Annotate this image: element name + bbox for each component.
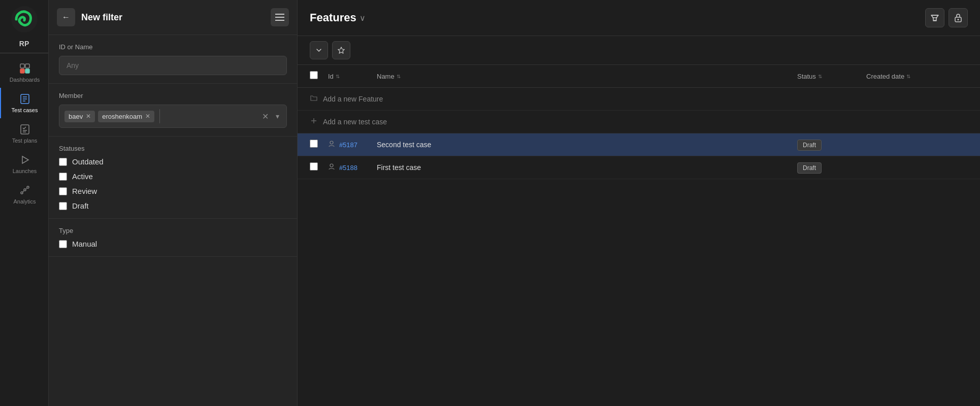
status-active-checkbox[interactable] <box>59 173 67 181</box>
row2-id-cell: #5188 <box>328 163 369 172</box>
type-manual-checkbox[interactable] <box>59 240 67 248</box>
select-all-checkbox-cell <box>310 71 320 81</box>
filter-member-section: Member baev ✕ eroshenkoam ✕ ✕ ▾ <box>49 84 297 137</box>
row1-id: #5187 <box>339 141 357 149</box>
member-clear-button[interactable]: ✕ <box>259 111 272 122</box>
row2-name: First test case <box>377 163 789 172</box>
testplans-icon <box>19 123 31 136</box>
row2-checkbox-cell <box>310 162 320 173</box>
member-tag-baev: baev ✕ <box>64 111 95 122</box>
table-row[interactable]: #5188 First test case Draft <box>298 156 980 179</box>
filter-menu-button[interactable] <box>271 8 289 26</box>
dashboard-icon <box>19 62 31 75</box>
page-title-area: Features ∨ <box>310 11 366 24</box>
status-outdated-item[interactable]: Outdated <box>59 157 287 166</box>
svg-rect-3 <box>20 69 24 73</box>
add-testcase-row[interactable]: Add a new test case <box>298 111 980 133</box>
member-field[interactable]: baev ✕ eroshenkoam ✕ ✕ ▾ <box>59 105 287 128</box>
sidebar-nav: RP Dashboards Test cases <box>0 0 49 406</box>
user-avatar[interactable]: RP <box>0 35 48 53</box>
status-draft-item[interactable]: Draft <box>59 201 287 210</box>
filter-id-name-label: ID or Name <box>59 43 287 51</box>
page-title: Features <box>310 11 356 24</box>
folder-icon <box>310 94 318 104</box>
filter-panel-header: ← New filter <box>49 0 297 35</box>
member-tag-eroshenkoam-label: eroshenkoam <box>102 113 142 120</box>
svg-line-17 <box>26 188 27 189</box>
member-tag-eroshenkoam: eroshenkoam ✕ <box>98 111 154 122</box>
type-manual-label: Manual <box>72 240 97 248</box>
main-content: Features ∨ <box>298 0 980 406</box>
type-checkbox-group: Manual <box>59 240 287 248</box>
table-area: Id ⇅ Name ⇅ Status ⇅ Created date ⇅ <box>298 65 980 406</box>
status-review-checkbox[interactable] <box>59 187 67 195</box>
svg-point-13 <box>21 192 23 194</box>
status-outdated-checkbox[interactable] <box>59 158 67 166</box>
lock-button[interactable] <box>949 8 968 27</box>
filter-type-label: Type <box>59 227 287 234</box>
column-status-label: Status <box>797 73 816 80</box>
add-testcase-label: Add a new test case <box>323 118 387 126</box>
add-feature-row[interactable]: Add a new Feature <box>298 88 980 111</box>
row2-status-badge: Draft <box>797 162 822 174</box>
app-logo <box>11 6 38 35</box>
member-tag-baev-label: baev <box>69 113 83 120</box>
column-header-id[interactable]: Id ⇅ <box>328 73 369 80</box>
add-feature-label: Add a new Feature <box>323 95 383 103</box>
sidebar-item-analytics[interactable]: Analytics <box>0 179 48 210</box>
svg-marker-23 <box>338 47 344 53</box>
title-chevron-icon[interactable]: ∨ <box>360 13 366 23</box>
member-tag-baev-remove[interactable]: ✕ <box>86 113 91 119</box>
column-date-label: Created date <box>866 73 904 80</box>
row1-user-icon <box>328 141 339 149</box>
status-review-item[interactable]: Review <box>59 187 287 195</box>
status-draft-label: Draft <box>72 201 89 210</box>
svg-rect-4 <box>25 69 29 73</box>
column-id-label: Id <box>328 73 334 80</box>
filter-button[interactable] <box>925 8 944 27</box>
row1-id-cell: #5187 <box>328 140 369 149</box>
filter-panel: ← New filter ID or Name Member baev ✕ er… <box>49 0 298 406</box>
type-manual-item[interactable]: Manual <box>59 240 287 248</box>
member-dropdown-button[interactable]: ▾ <box>274 111 281 121</box>
filter-statuses-label: Statuses <box>59 145 287 152</box>
svg-marker-12 <box>22 156 28 163</box>
main-header: Features ∨ <box>298 0 980 36</box>
analytics-icon <box>19 184 31 196</box>
star-button[interactable] <box>332 41 350 59</box>
sidebar-item-dashboards[interactable]: Dashboards <box>0 57 48 88</box>
select-all-checkbox[interactable] <box>310 71 318 79</box>
svg-line-16 <box>23 191 24 192</box>
sidebar-item-test-cases[interactable]: Test cases <box>0 88 48 118</box>
row2-checkbox[interactable] <box>310 162 318 171</box>
row1-name: Second test case <box>377 141 789 149</box>
status-draft-checkbox[interactable] <box>59 202 67 210</box>
status-active-label: Active <box>72 172 93 181</box>
row2-id: #5188 <box>339 164 357 172</box>
column-name-label: Name <box>377 73 395 80</box>
row1-checkbox[interactable] <box>310 140 318 148</box>
row1-status-badge: Draft <box>797 140 822 151</box>
svg-rect-9 <box>21 125 29 134</box>
status-active-item[interactable]: Active <box>59 172 287 181</box>
filter-id-name-input[interactable] <box>59 56 287 75</box>
filter-back-button[interactable]: ← <box>57 8 75 26</box>
row2-status-cell: Draft <box>797 163 858 172</box>
sidebar-item-launches[interactable]: Launches <box>0 149 48 179</box>
row1-checkbox-cell <box>310 140 320 150</box>
column-header-status[interactable]: Status ⇅ <box>797 73 858 80</box>
table-header: Id ⇅ Name ⇅ Status ⇅ Created date ⇅ <box>298 65 980 88</box>
statuses-checkbox-group: Outdated Active Review Draft <box>59 157 287 210</box>
table-row[interactable]: #5187 Second test case Draft <box>298 133 980 156</box>
column-header-created-date[interactable]: Created date ⇅ <box>866 73 968 80</box>
sidebar-testplans-label: Test plans <box>12 138 38 144</box>
svg-rect-1 <box>20 64 24 68</box>
column-status-sort-icon: ⇅ <box>818 74 822 79</box>
sidebar-item-test-plans[interactable]: Test plans <box>0 118 48 149</box>
member-actions: ✕ ▾ <box>259 111 281 122</box>
column-name-sort-icon: ⇅ <box>397 74 401 79</box>
collapse-button[interactable] <box>310 41 328 59</box>
column-header-name[interactable]: Name ⇅ <box>377 73 789 80</box>
member-tag-eroshenkoam-remove[interactable]: ✕ <box>145 113 150 119</box>
svg-rect-2 <box>25 64 29 68</box>
